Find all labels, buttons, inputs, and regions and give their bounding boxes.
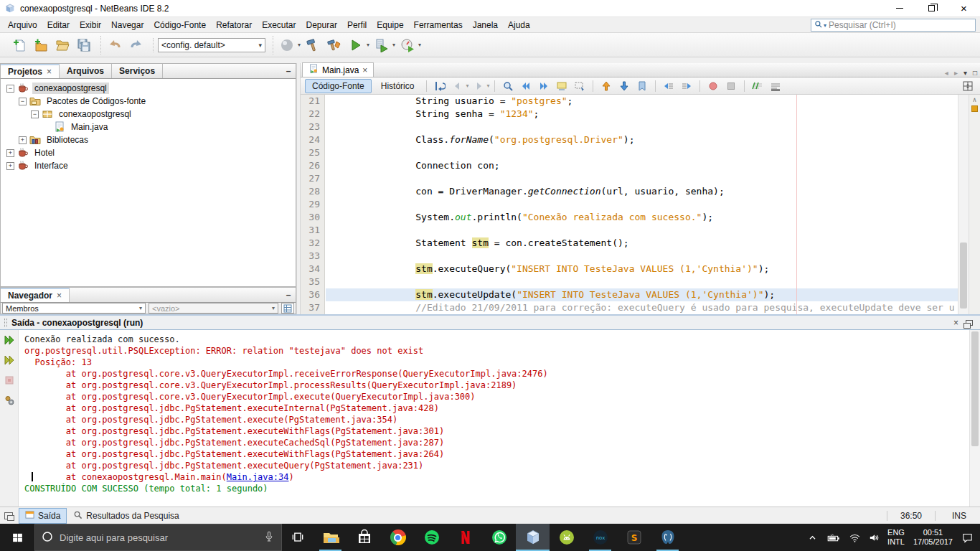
menu-item-ajuda[interactable]: Ajuda	[503, 19, 535, 32]
code-line-32[interactable]: Statement stm = con.createStatement();	[326, 237, 958, 250]
collapse-icon[interactable]: −	[6, 85, 14, 93]
rerun-icon[interactable]	[4, 334, 15, 348]
find-next-occurrence-icon[interactable]	[536, 79, 552, 93]
code-line-22[interactable]: String senha = "1234";	[326, 108, 958, 121]
minimize-button[interactable]	[883, 0, 915, 17]
next-bookmark-icon[interactable]	[616, 79, 632, 93]
comment-icon[interactable]	[750, 79, 765, 93]
close-output-icon[interactable]: ×	[949, 318, 963, 328]
menu-item-refatorar[interactable]: Refatorar	[211, 19, 257, 32]
view-history-button[interactable]: Histórico	[374, 79, 422, 93]
back-icon[interactable]	[450, 79, 466, 93]
menu-item-janela[interactable]: Janela	[468, 19, 503, 32]
taskbar-app-sublime-text-icon[interactable]: S	[617, 524, 651, 551]
profile-project-button[interactable]	[398, 36, 417, 55]
menu-item-editar[interactable]: Editar	[42, 19, 75, 32]
battery-icon[interactable]	[822, 524, 845, 551]
start-button[interactable]	[0, 524, 34, 551]
view-source-button[interactable]: Código-Fonte	[305, 79, 372, 93]
code-editor[interactable]: 2122232425262728293031323334353637 Strin…	[301, 95, 980, 314]
uncomment-icon[interactable]	[768, 79, 783, 93]
language-indicator[interactable]: ENGINTL	[884, 524, 908, 551]
maximize-editor-icon[interactable]: □	[970, 69, 980, 77]
tree-item-main-java[interactable]: Main.java	[1, 121, 296, 133]
error-stripe[interactable]: ∧	[969, 95, 980, 314]
rerun-with-options-icon[interactable]	[4, 354, 15, 368]
shift-line-left-icon[interactable]	[661, 79, 677, 93]
microphone-icon[interactable]	[263, 530, 275, 545]
chevron-down-icon[interactable]: ▾	[367, 42, 369, 48]
previous-bookmark-icon[interactable]	[598, 79, 614, 93]
code-line-31[interactable]	[326, 224, 958, 237]
tab-arquivos[interactable]: Arquivos	[60, 64, 112, 78]
expand-icon[interactable]: +	[6, 149, 14, 157]
taskbar-app-whatsapp-icon[interactable]	[482, 524, 516, 551]
close-tab-icon[interactable]: ×	[362, 65, 367, 75]
tray-chevron-up-icon[interactable]	[803, 524, 822, 551]
expand-icon[interactable]: +	[19, 136, 27, 144]
editor-tab-main-java[interactable]: Main.java ×	[302, 62, 374, 77]
taskbar-app-chrome-icon[interactable]	[381, 524, 415, 551]
tab-navegador[interactable]: Navegador×	[1, 288, 70, 302]
find-previous-occurrence-icon[interactable]	[518, 79, 534, 93]
menu-item-perfil[interactable]: Perfil	[342, 19, 372, 32]
stop-macro-recording-icon[interactable]	[723, 79, 739, 93]
tree-item-hotel[interactable]: +Hotel	[1, 146, 296, 159]
tree-item-conexaopostgresql[interactable]: −conexaopostgresql	[1, 82, 296, 95]
code-line-37[interactable]: //Editado 21/09/2011 para correção: exec…	[326, 301, 958, 314]
code-line-24[interactable]: Class.forName("org.postgresql.Driver");	[326, 133, 958, 146]
debug-project-button[interactable]	[372, 36, 391, 55]
drag-grip-icon[interactable]	[4, 319, 7, 327]
tree-item-interface[interactable]: +Interface	[1, 159, 296, 172]
navigator-filter-icon[interactable]	[281, 303, 294, 314]
collapse-icon[interactable]: −	[19, 98, 27, 105]
scroll-tabs-right-icon[interactable]: ▸	[951, 69, 961, 77]
new-project-button[interactable]	[32, 36, 50, 55]
code-line-35[interactable]	[326, 276, 958, 288]
dock-windows-icon[interactable]	[4, 512, 13, 519]
quick-search-input[interactable]	[829, 20, 972, 30]
menu-item-executar[interactable]: Executar	[257, 19, 301, 32]
start-macro-recording-icon[interactable]	[705, 79, 721, 93]
taskbar-app-netbeans-icon[interactable]	[516, 524, 550, 551]
menu-item-exibir[interactable]: Exibir	[75, 19, 106, 32]
last-edit-icon[interactable]	[432, 79, 448, 93]
taskbar-app-nox-player-icon[interactable]: nox	[583, 524, 617, 551]
menu-item-ferramentas[interactable]: Ferramentas	[409, 19, 468, 32]
statusbar-tab-resultados[interactable]: Resultados da Pesquisa	[67, 508, 185, 524]
code-line-30[interactable]: System.out.println("Conexão realizada co…	[326, 211, 958, 224]
close-tab-icon[interactable]: ×	[47, 67, 52, 77]
close-tab-icon[interactable]: ×	[57, 291, 62, 301]
chevron-down-icon[interactable]: ▾	[298, 42, 301, 48]
menu-item-arquivo[interactable]: Arquivo	[3, 19, 42, 32]
open-project-button[interactable]	[53, 36, 72, 55]
menu-item-c-digo-fonte[interactable]: Código-Fonte	[149, 19, 211, 32]
menu-item-equipe[interactable]: Equipe	[372, 19, 408, 32]
quick-search-box[interactable]: ▾	[811, 19, 976, 32]
warning-flag-icon[interactable]	[971, 105, 978, 112]
clean-build-project-button[interactable]	[325, 36, 344, 55]
code-line-34[interactable]: stm.executeQuery("INSERT INTO TesteJava …	[326, 263, 958, 276]
navigator-scope-select[interactable]: Membros▾	[2, 303, 146, 314]
code-line-36[interactable]: stm.executeUpdate("INSERT INTO TesteJava…	[326, 288, 958, 301]
clock[interactable]: 00:51 17/05/2017	[908, 528, 958, 547]
new-file-button[interactable]	[10, 36, 29, 55]
navigator-filter-select[interactable]: <vazio>▾	[149, 303, 278, 314]
cortana-search-box[interactable]	[34, 524, 282, 551]
taskbar-app-netflix-icon[interactable]	[448, 524, 482, 551]
chevron-down-icon[interactable]: ▾	[418, 42, 421, 48]
tree-item-conexaopostgresql[interactable]: −conexaopostgresql	[1, 108, 296, 121]
tab-list-dropdown-icon[interactable]: ▾	[961, 69, 970, 77]
code-line-25[interactable]	[326, 146, 958, 159]
config-select[interactable]: <config. default> ▾	[158, 38, 265, 52]
undo-button[interactable]	[105, 36, 124, 55]
menu-item-navegar[interactable]: Navegar	[106, 19, 149, 32]
collapse-icon[interactable]: −	[31, 110, 39, 118]
search-scope-caret-icon[interactable]: ▾	[824, 22, 826, 29]
code-line-27[interactable]	[326, 172, 958, 185]
volume-icon[interactable]	[864, 524, 884, 551]
minimize-panel-icon[interactable]: –	[281, 290, 296, 302]
tab-projetos[interactable]: Projetos×	[1, 64, 60, 78]
task-view-button[interactable]	[282, 524, 314, 551]
taskbar-app-android-studio-icon[interactable]	[550, 524, 583, 551]
